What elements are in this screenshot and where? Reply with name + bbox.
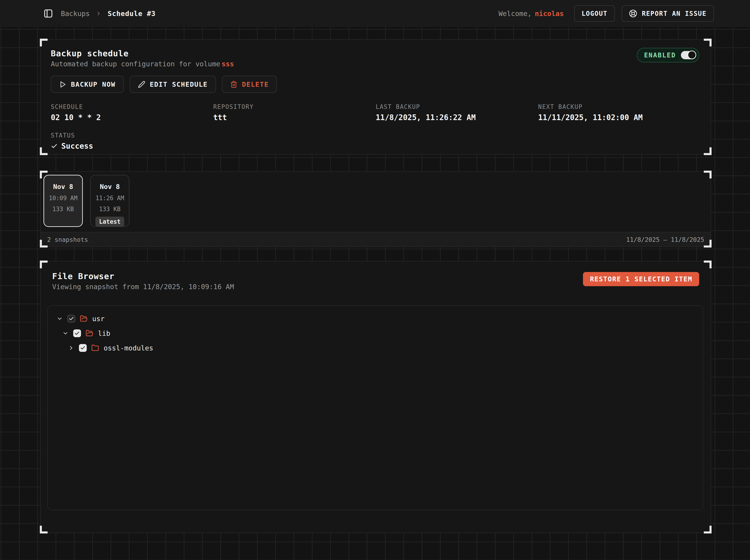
lifebuoy-icon (629, 9, 637, 18)
breadcrumb-backups[interactable]: Backups (61, 9, 90, 18)
snapshot-date: Nov 8 (53, 183, 73, 191)
tree-label: usr (92, 315, 104, 323)
panel-left-icon (43, 9, 53, 18)
corner-bracket (704, 147, 712, 155)
tree-row-lib[interactable]: lib (48, 326, 703, 341)
enabled-toggle[interactable] (681, 51, 696, 59)
main-content: Backup schedule Automated backup configu… (0, 39, 750, 533)
report-issue-button[interactable]: REPORT AN ISSUE (621, 5, 714, 22)
field-schedule: SCHEDULE 02 10 * * 2 (51, 103, 213, 122)
snapshot-card-latest[interactable]: Nov 8 11:26 AM 133 KB Latest (90, 175, 130, 227)
edit-schedule-button[interactable]: EDIT SCHEDULE (130, 76, 216, 93)
corner-bracket (704, 261, 712, 268)
corner-bracket (40, 240, 47, 247)
snapshot-date: Nov 8 (100, 183, 120, 191)
app-root: Backups Schedule #3 Welcome,nicolas LOGO… (0, 0, 750, 560)
latest-badge: Latest (95, 217, 124, 227)
breadcrumb-current: Schedule #3 (107, 9, 156, 18)
welcome-prefix: Welcome, (498, 9, 532, 18)
snapshot-date-range: 11/8/2025 – 11/8/2025 (626, 236, 704, 243)
checkbox-ossl-modules[interactable] (79, 344, 87, 352)
file-browser-title: File Browser (52, 272, 234, 281)
toggle-knob (688, 51, 696, 59)
check-icon (51, 143, 58, 149)
field-status: STATUS Success (51, 132, 213, 151)
topbar: Backups Schedule #3 Welcome,nicolas LOGO… (0, 0, 750, 27)
field-label: NEXT BACKUP (538, 103, 700, 110)
field-label: SCHEDULE (51, 103, 213, 110)
corner-bracket (40, 39, 47, 46)
restore-button[interactable]: RESTORE 1 SELECTED ITEM (583, 272, 699, 286)
backup-now-button[interactable]: BACKUP NOW (51, 76, 124, 93)
backup-now-label: BACKUP NOW (71, 81, 116, 88)
snapshot-size: 133 KB (53, 206, 74, 213)
field-label: LAST BACKUP (376, 103, 538, 110)
field-value: 11/11/2025, 11:02:00 AM (538, 113, 700, 122)
sidebar-toggle-button[interactable] (43, 9, 53, 18)
file-browser-subtitle: Viewing snapshot from 11/8/2025, 10:09:1… (52, 283, 234, 291)
corner-bracket (40, 261, 47, 268)
edit-schedule-label: EDIT SCHEDULE (150, 81, 208, 88)
status-value: Success (51, 142, 213, 151)
snapshots-panel: Nov 8 10:09 AM 133 KB Nov 8 11:26 AM 133… (40, 171, 711, 247)
chevron-down-icon[interactable] (57, 316, 63, 322)
chevron-right-icon (96, 11, 102, 17)
corner-bracket (704, 526, 712, 534)
enabled-pill: ENABLED (637, 48, 699, 62)
welcome-text: Welcome,nicolas (498, 9, 564, 18)
corner-bracket (704, 39, 712, 46)
chevron-right-icon[interactable] (68, 345, 74, 351)
field-next-backup: NEXT BACKUP 11/11/2025, 11:02:00 AM (538, 103, 700, 122)
trash-icon (230, 81, 237, 88)
username: nicolas (535, 9, 564, 18)
status-text: Success (61, 142, 93, 151)
checkbox-usr[interactable] (67, 315, 75, 323)
delete-label: DELETE (242, 81, 269, 88)
tree-row-ossl-modules[interactable]: ossl-modules (48, 341, 703, 355)
snapshot-size: 133 KB (99, 206, 121, 213)
field-value: 02 10 * * 2 (51, 113, 213, 122)
chevron-down-icon[interactable] (62, 330, 68, 337)
field-value: ttt (213, 113, 376, 122)
corner-bracket (40, 526, 47, 534)
corner-bracket (40, 171, 47, 178)
play-icon (59, 81, 66, 88)
snapshot-count: 2 snapshots (47, 236, 88, 243)
enabled-label: ENABLED (644, 52, 676, 59)
corner-bracket (704, 240, 712, 247)
field-label: STATUS (51, 132, 213, 139)
pencil-icon (138, 81, 145, 88)
page-title: Backup schedule (51, 49, 700, 58)
folder-open-icon (85, 329, 93, 337)
snapshot-list: Nov 8 10:09 AM 133 KB Nov 8 11:26 AM 133… (43, 175, 708, 227)
logout-button[interactable]: LOGOUT (574, 5, 615, 22)
volume-name: sss (222, 60, 234, 68)
backup-schedule-panel: Backup schedule Automated backup configu… (40, 39, 711, 155)
field-repository: REPOSITORY ttt (213, 103, 376, 122)
corner-bracket (40, 147, 47, 155)
file-browser-header: File Browser Viewing snapshot from 11/8/… (52, 272, 699, 291)
field-label: REPOSITORY (213, 103, 376, 110)
field-last-backup: LAST BACKUP 11/8/2025, 11:26:22 AM (376, 103, 538, 122)
tree-label: ossl-modules (104, 344, 153, 352)
file-browser-panel: File Browser Viewing snapshot from 11/8/… (40, 261, 711, 533)
breadcrumb: Backups Schedule #3 (61, 9, 156, 18)
tree-label: lib (98, 329, 110, 337)
tree-row-usr[interactable]: usr (48, 311, 703, 326)
schedule-actions: BACKUP NOW EDIT SCHEDULE DELETE (51, 76, 700, 93)
report-issue-label: REPORT AN ISSUE (642, 10, 707, 17)
schedule-fields: SCHEDULE 02 10 * * 2 REPOSITORY ttt LAST… (51, 103, 700, 151)
schedule-subtitle: Automated backup configuration for volum… (51, 60, 700, 68)
snapshot-time: 10:09 AM (49, 195, 77, 202)
folder-open-icon (80, 315, 87, 323)
folder-icon (91, 344, 99, 352)
snapshot-card-selected[interactable]: Nov 8 10:09 AM 133 KB (43, 175, 83, 227)
snapshots-footer: 2 snapshots 11/8/2025 – 11/8/2025 (41, 232, 711, 246)
delete-button[interactable]: DELETE (222, 76, 277, 93)
subtitle-text: Automated backup configuration for volum… (51, 60, 220, 68)
corner-bracket (704, 171, 712, 178)
field-value: 11/8/2025, 11:26:22 AM (376, 113, 538, 122)
checkbox-lib[interactable] (73, 329, 81, 337)
file-tree: usr lib (47, 305, 703, 511)
snapshot-time: 11:26 AM (95, 195, 124, 202)
